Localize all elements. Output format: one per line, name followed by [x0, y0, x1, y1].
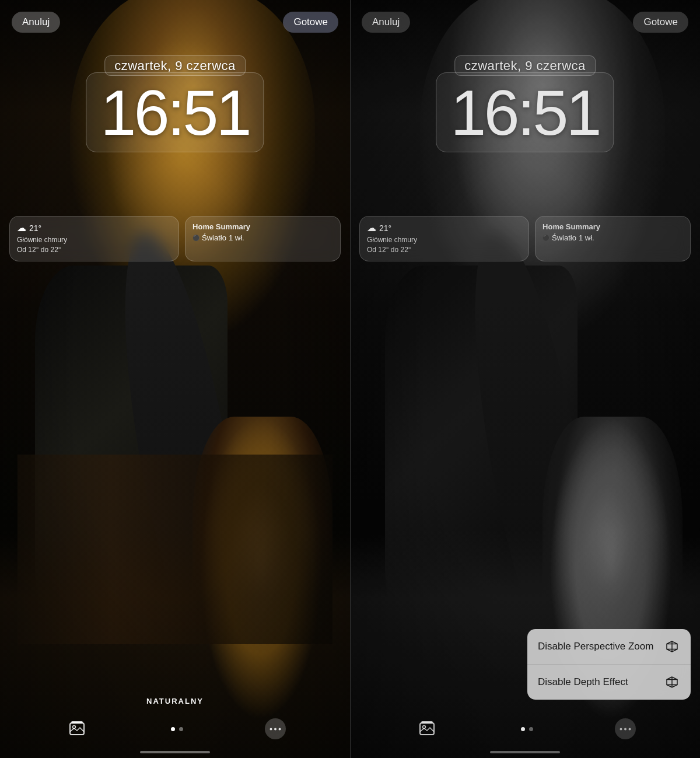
svg-rect-1: [72, 722, 82, 723]
svg-point-9: [620, 728, 622, 730]
home-indicator-left: [140, 751, 210, 753]
right-phone-panel: Anuluj Gotowe czwartek, 9 czerwca 16:51 …: [350, 0, 700, 758]
top-bar-right: Anuluj Gotowe: [350, 12, 700, 33]
page-indicator-left: [171, 727, 183, 731]
home-light-value-right: 1 wł.: [579, 233, 594, 242]
cancel-button-left[interactable]: Anuluj: [12, 12, 60, 33]
svg-rect-7: [422, 722, 432, 723]
home-widget-right: Home Summary ⚫ Światło 1 wł.: [535, 216, 691, 261]
home-widget-label-left: Home Summary: [192, 222, 333, 231]
weather-condition-left: Głównie chmury: [17, 235, 172, 245]
done-button-left[interactable]: Gotowe: [283, 12, 338, 33]
filter-label: NATURALNY: [146, 697, 204, 705]
svg-point-4: [274, 728, 276, 730]
context-menu-item-perspective-zoom[interactable]: Disable Perspective Zoom: [527, 629, 691, 665]
weather-temp-left: 21°: [29, 223, 41, 233]
perspective-zoom-label: Disable Perspective Zoom: [538, 641, 653, 652]
more-icon-right: [620, 728, 631, 731]
svg-point-11: [629, 728, 631, 730]
top-bar-left: Anuluj Gotowe: [0, 12, 350, 33]
left-phone-panel: Anuluj Gotowe czwartek, 9 czerwca 16:51 …: [0, 0, 350, 758]
widgets-row-left: ☁ 21° Głównie chmury Od 12° do 22° Home …: [9, 216, 341, 261]
perspective-zoom-icon: [664, 638, 680, 655]
svg-rect-0: [70, 723, 84, 735]
weather-range-right: Od 12° do 22°: [367, 245, 522, 255]
context-menu: Disable Perspective Zoom Disable Depth E…: [527, 629, 691, 700]
home-widget-left: Home Summary ⚫ Światło 1 wł.: [185, 216, 341, 261]
home-light-icon-right: ⚫: [542, 235, 550, 241]
widgets-row-right: ☁ 21° Głównie chmury Od 12° do 22° Home …: [359, 216, 691, 261]
gallery-icon-left: [68, 720, 86, 738]
home-light-label-right: Światło: [552, 233, 576, 242]
bottom-bar-right: [350, 716, 700, 742]
weather-range-left: Od 12° do 22°: [17, 245, 172, 255]
svg-point-5: [279, 728, 281, 730]
svg-point-10: [624, 728, 626, 730]
weather-widget-right: ☁ 21° Głównie chmury Od 12° do 22°: [359, 216, 529, 261]
context-menu-item-depth-effect[interactable]: Disable Depth Effect: [527, 665, 691, 700]
depth-effect-icon: [664, 674, 680, 690]
dot-2-left: [179, 727, 183, 731]
svg-rect-6: [420, 723, 434, 735]
home-light-icon-left: ⚫: [192, 235, 200, 241]
dot-1-right: [521, 727, 525, 731]
more-button-right[interactable]: [615, 718, 636, 739]
more-button-left[interactable]: [265, 718, 286, 739]
home-light-label-left: Światło: [202, 233, 226, 242]
gallery-button-right[interactable]: [414, 716, 440, 742]
weather-condition-right: Głównie chmury: [367, 235, 522, 245]
gallery-icon-right: [418, 720, 436, 738]
gallery-button-left[interactable]: [64, 716, 90, 742]
time-text-right: 16:51: [436, 72, 614, 152]
cloud-icon-left: ☁: [17, 222, 26, 233]
home-light-value-left: 1 wł.: [229, 233, 244, 242]
weather-temp-right: 21°: [379, 223, 391, 233]
page-indicator-right: [521, 727, 533, 731]
time-display-right: 16:51: [436, 81, 614, 145]
time-text-left: 16:51: [86, 72, 264, 152]
cancel-button-right[interactable]: Anuluj: [362, 12, 410, 33]
dot-1-left: [171, 727, 175, 731]
svg-point-3: [270, 728, 272, 730]
panel-divider: [350, 0, 351, 758]
home-widget-label-right: Home Summary: [542, 222, 683, 231]
date-display-left: czwartek, 9 czerwca: [104, 58, 246, 74]
time-display-left: 16:51: [86, 81, 264, 145]
weather-widget-left: ☁ 21° Głównie chmury Od 12° do 22°: [9, 216, 179, 261]
done-button-right[interactable]: Gotowe: [633, 12, 688, 33]
more-icon-left: [270, 728, 281, 731]
home-indicator-right: [490, 751, 560, 753]
bottom-bar-left: [0, 716, 350, 742]
cloud-icon-right: ☁: [367, 222, 376, 233]
depth-effect-label: Disable Depth Effect: [538, 676, 628, 688]
dot-2-right: [529, 727, 533, 731]
date-display-right: czwartek, 9 czerwca: [454, 58, 596, 74]
